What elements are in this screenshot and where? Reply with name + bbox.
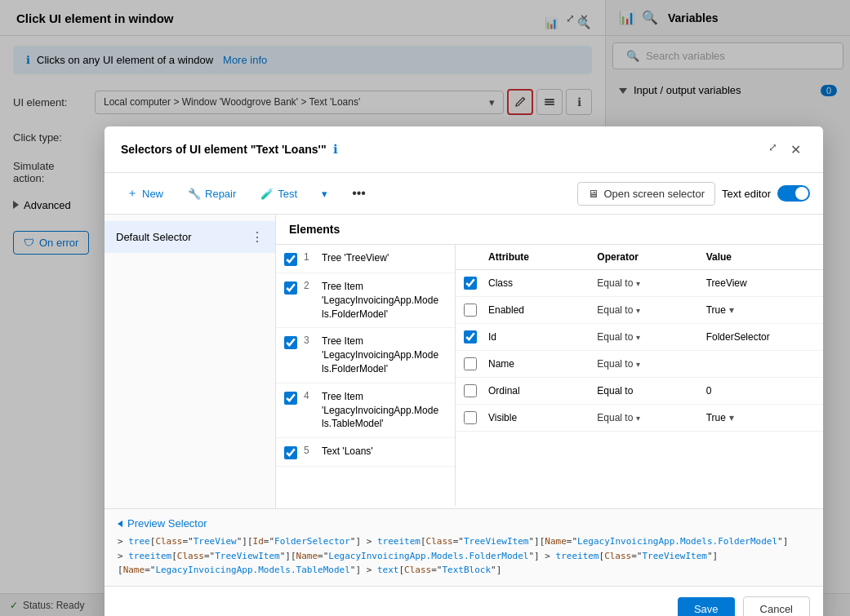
- test-button-label: Test: [278, 188, 297, 200]
- attr-header-check: [464, 251, 488, 263]
- dropdown-arrow-id: ▾: [636, 333, 640, 342]
- attr-checkbox-class[interactable]: [464, 277, 477, 290]
- dropdown-arrow-value-enabled[interactable]: ▾: [729, 304, 734, 316]
- open-screen-selector-label: Open screen selector: [603, 188, 705, 200]
- element-row-3[interactable]: 3 Tree Item'LegacyInvoicingApp.Models.Fo…: [276, 328, 455, 383]
- text-editor-label: Text editor: [722, 188, 771, 200]
- attr-row-name: Name Equal to ▾: [456, 351, 823, 378]
- preview-folderselector-val: FolderSelector: [274, 536, 350, 547]
- text-editor-toggle-switch[interactable]: [777, 185, 810, 202]
- attr-value-enabled: True: [706, 304, 726, 316]
- selectors-toolbar: ＋ New 🔧 Repair 🧪 Test ▾ ••• 🖥 Open scree…: [105, 173, 823, 215]
- element-row-2[interactable]: 2 Tree Item'LegacyInvoicingApp.Models.Fo…: [276, 273, 455, 328]
- dropdown-arrow-visible: ▾: [636, 414, 640, 423]
- selectors-main: Elements 1 Tree 'TreeView' 2 Tree Item': [276, 215, 823, 508]
- elements-title: Elements: [289, 223, 340, 236]
- preview-code-prefix: >: [118, 536, 128, 547]
- element-row-4[interactable]: 4 Tree Item'LegacyInvoicingApp.Models.Ta…: [276, 383, 455, 438]
- element-checkbox-1[interactable]: [284, 253, 297, 266]
- attr-row-visible: Visible Equal to ▾ True ▾: [456, 405, 823, 432]
- open-screen-selector-button[interactable]: 🖥 Open screen selector: [577, 182, 715, 206]
- selectors-toolbar-left: ＋ New 🔧 Repair 🧪 Test ▾ •••: [118, 181, 375, 206]
- attr-row-ordinal: Ordinal Equal to 0: [456, 378, 823, 405]
- new-button[interactable]: ＋ New: [118, 181, 172, 206]
- attr-operator-class[interactable]: Equal to ▾: [597, 277, 705, 289]
- dropdown-arrow-class: ▾: [636, 279, 640, 288]
- elements-table: 1 Tree 'TreeView' 2 Tree Item'LegacyInvo…: [276, 245, 823, 506]
- text-editor-toggle: Text editor: [722, 185, 810, 202]
- attr-checkbox-name[interactable]: [464, 357, 477, 370]
- selectors-sidebar: Default Selector ⋮: [105, 215, 276, 508]
- element-checkbox-4[interactable]: [284, 392, 297, 405]
- element-row-5[interactable]: 5 Text 'Loans': [276, 438, 455, 467]
- attr-checkbox-ordinal[interactable]: [464, 384, 477, 397]
- attr-name-ordinal: Ordinal: [488, 385, 597, 397]
- element-name-1: Tree 'TreeView': [322, 251, 389, 265]
- preview-treeview-val: TreeView: [194, 536, 237, 547]
- more-options-button[interactable]: •••: [343, 181, 375, 206]
- attr-row-class: Class Equal to ▾ TreeView: [456, 270, 823, 297]
- attr-header-value: Value: [706, 251, 815, 263]
- element-checkbox-2[interactable]: [284, 281, 297, 295]
- attr-value-class: TreeView: [706, 277, 815, 289]
- preview-section: Preview Selector > tree[Class="TreeView"…: [105, 508, 823, 586]
- repair-button-label: Repair: [205, 188, 236, 200]
- element-num-4: 4: [304, 390, 315, 401]
- attr-checkbox-id[interactable]: [464, 330, 477, 343]
- attr-value-enabled-container: True ▾: [706, 304, 815, 316]
- attr-checkbox-enabled[interactable]: [464, 304, 477, 317]
- preview-tree: tree: [128, 536, 150, 547]
- cancel-button[interactable]: Cancel: [743, 596, 810, 616]
- element-row-1[interactable]: 1 Tree 'TreeView': [276, 245, 455, 273]
- dropdown-arrow-value-visible[interactable]: ▾: [729, 412, 734, 423]
- attr-operator-visible[interactable]: Equal to ▾: [597, 412, 705, 423]
- elements-list: 1 Tree 'TreeView' 2 Tree Item'LegacyInvo…: [276, 245, 456, 506]
- element-checkbox-3[interactable]: [284, 336, 297, 349]
- default-selector-label: Default Selector: [116, 231, 192, 243]
- attr-name-enabled: Enabled: [488, 304, 597, 316]
- more-options-icon[interactable]: ⋮: [251, 229, 264, 245]
- selectors-modal-title-text: Selectors of UI element "Text 'Loans'": [121, 143, 327, 156]
- attr-value-visible: True: [706, 412, 726, 423]
- chevron-down-icon: ▾: [322, 188, 327, 200]
- selectors-toolbar-right: 🖥 Open screen selector Text editor: [577, 182, 810, 206]
- preview-label: Preview Selector: [127, 517, 207, 530]
- element-name-4: Tree Item'LegacyInvoicingApp.Models.Tabl…: [322, 390, 438, 431]
- preview-header[interactable]: Preview Selector: [118, 517, 810, 530]
- preview-code: > tree[Class="TreeView"][Id="FolderSelec…: [118, 534, 810, 578]
- save-button[interactable]: Save: [678, 597, 735, 616]
- repair-button[interactable]: 🔧 Repair: [179, 183, 245, 205]
- attr-header-attribute: Attribute: [488, 251, 597, 263]
- selectors-modal-title-left: Selectors of UI element "Text 'Loans'" ℹ: [121, 142, 338, 157]
- close-modal-button[interactable]: ✕: [784, 138, 807, 161]
- expand-modal-icon[interactable]: ⤢: [765, 138, 781, 161]
- test-button[interactable]: 🧪 Test: [251, 183, 306, 205]
- attr-operator-id[interactable]: Equal to ▾: [597, 331, 705, 343]
- element-num-3: 3: [304, 335, 315, 346]
- new-button-label: New: [142, 188, 163, 200]
- element-num-2: 2: [304, 280, 315, 291]
- attr-operator-enabled[interactable]: Equal to ▾: [597, 304, 705, 316]
- attr-name-class: Class: [488, 277, 597, 289]
- attr-operator-ordinal: Equal to: [597, 385, 705, 397]
- modal-footer: Save Cancel: [105, 586, 823, 616]
- attributes-panel: Attribute Operator Value Class Equal to …: [456, 245, 823, 506]
- dropdown-arrow-name: ▾: [636, 360, 640, 369]
- chevron-dropdown-button[interactable]: ▾: [313, 183, 336, 205]
- attr-checkbox-visible[interactable]: [464, 411, 477, 424]
- element-name-2: Tree Item'LegacyInvoicingApp.Models.Fold…: [322, 280, 438, 321]
- repair-icon: 🔧: [188, 188, 201, 200]
- attr-name-name: Name: [488, 358, 597, 370]
- test-icon: 🧪: [260, 188, 274, 200]
- attr-value-visible-container: True ▾: [706, 412, 815, 423]
- preview-id-attr: Id: [253, 536, 264, 547]
- default-selector-item[interactable]: Default Selector ⋮: [105, 221, 275, 253]
- attr-name-visible: Visible: [488, 412, 597, 423]
- selectors-info-icon[interactable]: ℹ: [333, 142, 338, 157]
- screen-icon: 🖥: [588, 188, 599, 200]
- elements-header: Elements: [276, 215, 823, 245]
- attr-operator-name[interactable]: Equal to ▾: [597, 358, 705, 370]
- selectors-modal: Selectors of UI element "Text 'Loans'" ℹ…: [105, 126, 823, 616]
- element-checkbox-5[interactable]: [284, 446, 297, 459]
- attr-value-id: FolderSelector: [706, 331, 815, 343]
